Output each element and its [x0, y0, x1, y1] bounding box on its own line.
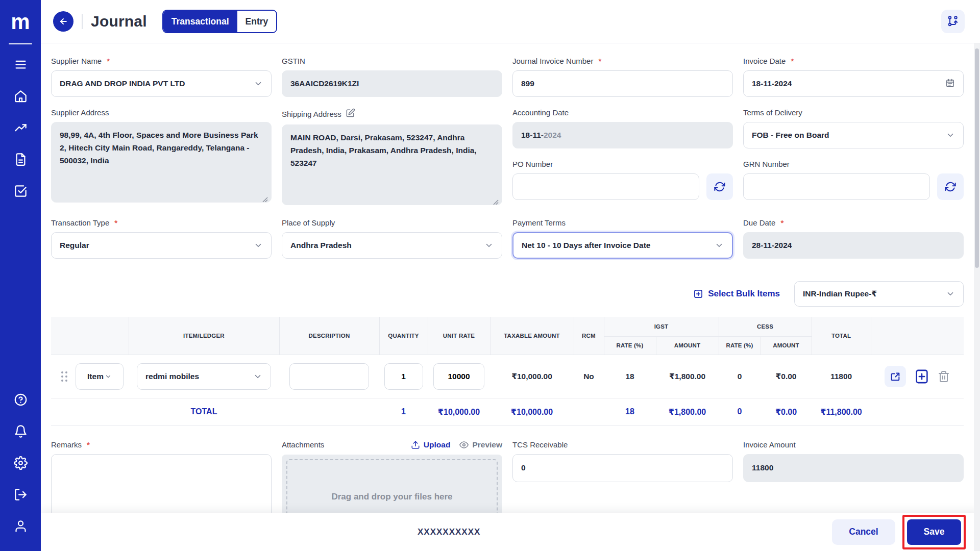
- scrollbar-thumb[interactable]: [975, 48, 979, 268]
- required-asterisk: *: [791, 57, 794, 65]
- col-header-igst-amount: AMOUNT: [656, 336, 719, 355]
- row-expand-button[interactable]: [885, 366, 906, 387]
- resize-grip-icon[interactable]: [493, 196, 499, 202]
- row-delete-button[interactable]: [938, 370, 950, 383]
- total-unit-rate: ₹10,000.00: [428, 398, 490, 425]
- chevron-down-icon: [105, 373, 112, 380]
- po-number-input[interactable]: [521, 182, 691, 191]
- row-taxable-amount: ₹10,000.00: [490, 355, 574, 398]
- back-button[interactable]: [53, 11, 74, 32]
- row-description-input[interactable]: [290, 372, 369, 381]
- col-header-quantity: QUANTITY: [379, 317, 428, 355]
- app-logo[interactable]: m: [11, 0, 30, 43]
- place-of-supply-select[interactable]: Andhra Pradesh: [282, 232, 502, 259]
- row-igst-rate: 18: [604, 355, 656, 398]
- add-row-icon: [915, 369, 929, 384]
- expand-icon: [890, 371, 901, 382]
- field-payment-terms: Payment Terms Net 10 - 10 Days after Inv…: [512, 218, 733, 259]
- calendar-icon: [945, 78, 955, 90]
- required-asterisk: *: [87, 440, 90, 449]
- grn-number-input[interactable]: [752, 182, 921, 191]
- row-unit-rate-field: [433, 363, 484, 390]
- upload-label: Upload: [424, 440, 451, 449]
- toggle-transactional[interactable]: Transactional: [163, 11, 237, 32]
- gstin-value: 36AAICD2619K1ZI: [290, 79, 359, 88]
- edit-pencil-icon[interactable]: [346, 108, 355, 119]
- trending-up-icon[interactable]: [0, 112, 41, 143]
- required-asterisk: *: [780, 218, 783, 227]
- sidebar-bottom-group: [0, 384, 41, 551]
- arrow-left-icon: [58, 16, 68, 27]
- tcs-receivable-field: [512, 454, 733, 482]
- supplier-name-select[interactable]: DRAG AND DROP INDIA PVT LTD: [51, 70, 272, 97]
- po-refresh-button[interactable]: [706, 173, 733, 200]
- main-area: Journal Transactional Entry Supplier Nam…: [41, 0, 980, 551]
- dropzone-text: Drag and drop your files here: [331, 492, 452, 502]
- col-header-total: TOTAL: [812, 317, 871, 355]
- field-supplier-address: Supplier Address 98,99, 4A, 4th Floor, S…: [51, 108, 272, 205]
- row-cess-rate: 0: [719, 355, 761, 398]
- journal-invoice-number-input[interactable]: [521, 79, 724, 88]
- total-taxable-amount: ₹10,000.00: [490, 398, 574, 425]
- logout-icon[interactable]: [0, 479, 41, 510]
- row-quantity-input[interactable]: [385, 372, 423, 381]
- toggle-entry[interactable]: Entry: [237, 11, 277, 32]
- help-icon[interactable]: [0, 384, 41, 415]
- settings-gear-icon[interactable]: [0, 447, 41, 479]
- chevron-down-icon: [946, 131, 955, 140]
- refresh-icon: [945, 181, 956, 192]
- tcs-receivable-input[interactable]: [521, 463, 724, 472]
- field-shipping-address: Shipping Address MAIN ROAD, Darsi, Praka…: [282, 108, 502, 205]
- resize-grip-icon[interactable]: [262, 194, 268, 199]
- row-unit-rate-input[interactable]: [434, 372, 484, 381]
- select-bulk-items-button[interactable]: Select Bulk Items: [693, 289, 780, 299]
- menu-hamburger-icon[interactable]: [0, 48, 41, 80]
- grn-refresh-button[interactable]: [937, 173, 964, 200]
- payment-terms-value: Net 10 - 10 Days after Invoice Date: [522, 241, 650, 250]
- preview-button[interactable]: Preview: [459, 440, 502, 449]
- notifications-bell-icon[interactable]: [0, 415, 41, 447]
- attachments-label: Attachments: [282, 440, 324, 449]
- col-header-description: DESCRIPTION: [279, 317, 379, 355]
- table-total-row: TOTAL 1 ₹10,000.00 ₹10,000.00 18 ₹1,800.…: [51, 398, 964, 425]
- title-divider: [82, 14, 83, 29]
- row-type-select[interactable]: Item: [76, 363, 124, 390]
- terms-of-delivery-select[interactable]: FOB - Free on Board: [743, 122, 964, 148]
- row-cess-amount: ₹0.00: [761, 355, 812, 398]
- row-description-field: [289, 363, 369, 390]
- col-header-igst-rate: RATE (%): [604, 336, 656, 355]
- workflow-button[interactable]: [941, 10, 965, 33]
- save-button[interactable]: Save: [907, 519, 961, 545]
- payment-terms-select[interactable]: Net 10 - 10 Days after Invoice Date: [512, 232, 733, 259]
- terms-of-delivery-label: Terms of Delivery: [743, 108, 802, 117]
- field-journal-invoice-number: Journal Invoice Number*: [512, 57, 733, 97]
- user-profile-icon[interactable]: [0, 510, 41, 542]
- top-bar: Journal Transactional Entry: [41, 0, 980, 43]
- document-icon[interactable]: [0, 143, 41, 175]
- check-square-icon[interactable]: [0, 175, 41, 207]
- cancel-button[interactable]: Cancel: [832, 519, 895, 545]
- eye-icon: [459, 440, 469, 449]
- shipping-address-value: MAIN ROAD, Darsi, Prakasam, 523247, Andh…: [290, 132, 494, 169]
- transaction-type-value: Regular: [60, 241, 89, 250]
- total-cess-rate: 0: [719, 398, 761, 425]
- supplier-name-label: Supplier Name: [51, 57, 102, 65]
- row-add-button[interactable]: [915, 369, 929, 384]
- currency-select[interactable]: INR-Indian Rupee-₹: [794, 281, 964, 307]
- drag-handle-icon[interactable]: [61, 371, 67, 382]
- scrollbar-track[interactable]: [974, 43, 980, 551]
- transaction-type-select[interactable]: Regular: [51, 232, 272, 259]
- home-icon[interactable]: [0, 80, 41, 112]
- upload-button[interactable]: Upload: [411, 440, 451, 449]
- preview-label: Preview: [472, 440, 502, 449]
- upload-icon: [411, 440, 420, 449]
- trash-icon: [938, 370, 950, 383]
- field-gstin: GSTIN 36AAICD2619K1ZI: [282, 57, 502, 97]
- page-title: Journal: [91, 13, 147, 30]
- field-transaction-type: Transaction Type* Regular: [51, 218, 272, 259]
- journal-invoice-number-label: Journal Invoice Number: [512, 57, 593, 65]
- chevron-down-icon: [254, 79, 263, 88]
- row-ledger-value: redmi mobiles: [145, 372, 199, 381]
- row-ledger-select[interactable]: redmi mobiles: [137, 363, 271, 390]
- invoice-date-picker[interactable]: 18-11-2024: [743, 70, 964, 97]
